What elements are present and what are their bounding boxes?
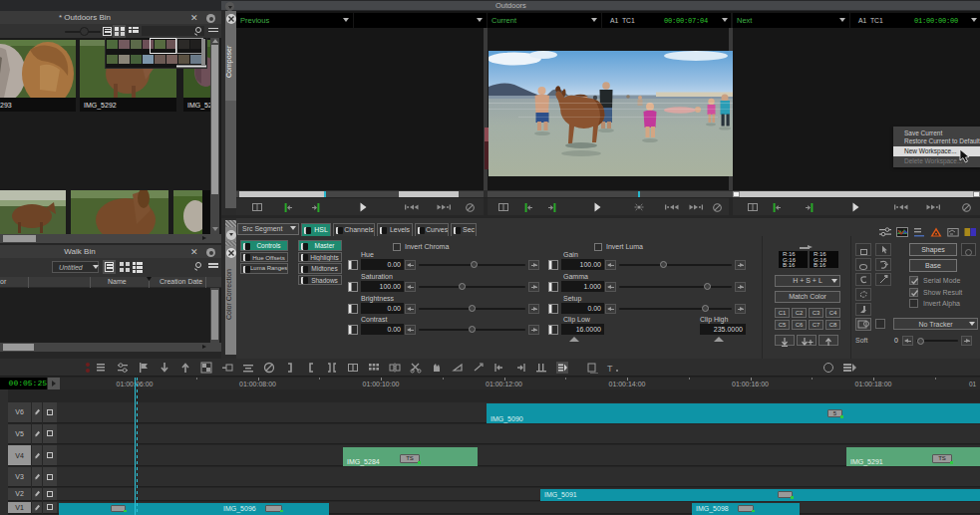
svg-text:T: T bbox=[607, 364, 613, 374]
